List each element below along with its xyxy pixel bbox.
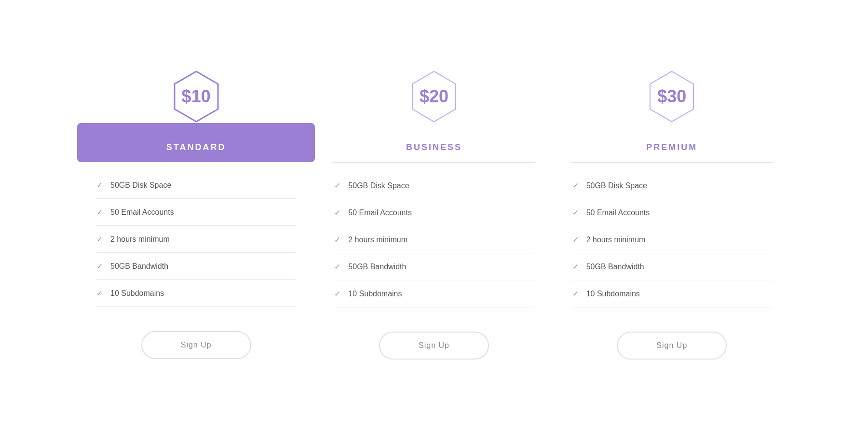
header-divider (333, 162, 535, 163)
feature-text: 50 Email Accounts (586, 208, 650, 217)
card-header-standard: STANDARD (77, 123, 315, 162)
check-icon: ✓ (572, 235, 579, 244)
feature-item: ✓ 50 Email Accounts (572, 199, 772, 226)
signup-button-business[interactable]: Sign Up (379, 332, 489, 360)
feature-item: ✓ 2 hours minimum (572, 226, 772, 253)
check-icon: ✓ (572, 289, 579, 298)
check-icon: ✓ (572, 181, 579, 190)
feature-item: ✓ 50GB Disk Space (96, 172, 296, 199)
feature-item: ✓ 50 Email Accounts (334, 199, 533, 226)
feature-item: ✓ 50GB Disk Space (334, 172, 533, 199)
features-list-standard: ✓ 50GB Disk Space ✓ 50 Email Accounts ✓ … (77, 167, 315, 312)
feature-text: 10 Subdomains (348, 290, 402, 298)
features-list-business: ✓ 50GB Disk Space ✓ 50 Email Accounts ✓ … (315, 167, 553, 312)
check-icon: ✓ (572, 262, 579, 271)
feature-item: ✓ 50 Email Accounts (96, 199, 296, 226)
plan-name-standard: STANDARD (87, 142, 305, 153)
feature-text: 50 Email Accounts (110, 208, 174, 217)
plan-name-premium: PREMIUM (563, 142, 781, 153)
feature-text: 2 hours minimum (110, 235, 170, 244)
price-value-standard: $10 (182, 86, 211, 107)
check-icon: ✓ (96, 262, 103, 271)
feature-text: 50GB Disk Space (110, 181, 171, 190)
feature-item: ✓ 50GB Bandwidth (96, 253, 296, 280)
feature-item: ✓ 50GB Disk Space (572, 172, 772, 199)
price-value-premium: $30 (657, 86, 686, 107)
feature-item: ✓ 10 Subdomains (334, 280, 533, 307)
signup-button-standard[interactable]: Sign Up (141, 331, 251, 359)
check-icon: ✓ (334, 235, 340, 244)
feature-text: 50GB Bandwidth (586, 263, 644, 271)
check-icon: ✓ (334, 181, 340, 190)
feature-item: ✓ 10 Subdomains (572, 280, 772, 307)
feature-item: ✓ 2 hours minimum (334, 226, 533, 253)
pricing-card-business: $20 BUSINESS ✓ 50GB Disk Space ✓ 50 Emai… (315, 65, 553, 379)
feature-text: 10 Subdomains (110, 289, 164, 298)
card-header-premium: PREMIUM (553, 123, 791, 162)
feature-text: 50GB Bandwidth (110, 262, 168, 271)
check-icon: ✓ (334, 262, 340, 271)
price-hexagon-premium: $30 (640, 65, 703, 128)
check-icon: ✓ (96, 180, 103, 190)
pricing-card-standard: $10 STANDARD ✓ 50GB Disk Space ✓ 50 Emai… (77, 65, 315, 378)
header-divider (571, 162, 773, 163)
check-icon: ✓ (334, 208, 340, 217)
price-hexagon-business: $20 (403, 65, 465, 128)
price-hexagon-standard: $10 (165, 65, 228, 128)
pricing-container: $10 STANDARD ✓ 50GB Disk Space ✓ 50 Emai… (48, 46, 820, 398)
check-icon: ✓ (96, 235, 103, 244)
check-icon: ✓ (96, 289, 103, 298)
feature-item: ✓ 10 Subdomains (96, 280, 296, 307)
feature-item: ✓ 50GB Bandwidth (334, 253, 533, 280)
price-value-business: $20 (420, 86, 448, 107)
feature-text: 50 Email Accounts (348, 208, 412, 217)
feature-text: 50GB Disk Space (586, 181, 647, 190)
feature-text: 50GB Bandwidth (348, 263, 406, 271)
feature-text: 10 Subdomains (586, 290, 640, 298)
signup-button-premium[interactable]: Sign Up (617, 332, 727, 360)
check-icon: ✓ (334, 289, 340, 298)
feature-item: ✓ 50GB Bandwidth (572, 253, 772, 280)
plan-name-business: BUSINESS (325, 142, 543, 153)
check-icon: ✓ (572, 208, 579, 217)
feature-text: 2 hours minimum (586, 236, 646, 244)
feature-text: 50GB Disk Space (348, 181, 409, 190)
check-icon: ✓ (96, 208, 103, 217)
pricing-card-premium: $30 PREMIUM ✓ 50GB Disk Space ✓ 50 Email… (553, 65, 791, 379)
card-header-business: BUSINESS (315, 123, 553, 162)
features-list-premium: ✓ 50GB Disk Space ✓ 50 Email Accounts ✓ … (553, 167, 791, 312)
feature-item: ✓ 2 hours minimum (96, 226, 296, 253)
feature-text: 2 hours minimum (348, 236, 407, 244)
